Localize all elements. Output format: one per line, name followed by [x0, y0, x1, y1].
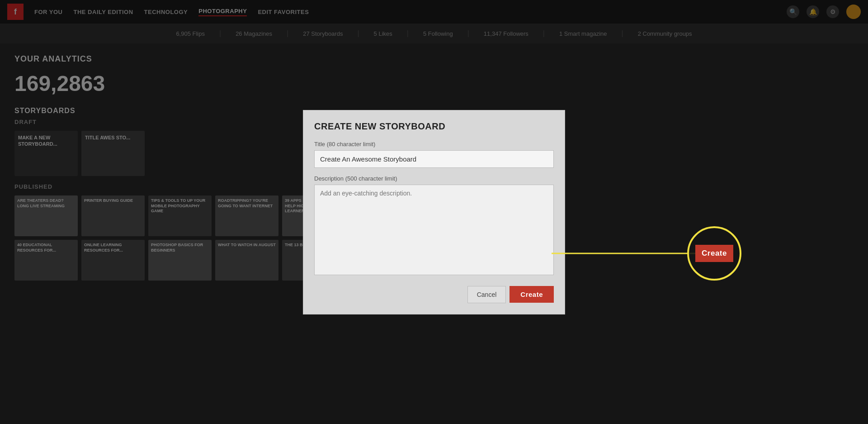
title-label: Title (80 character limit)	[314, 141, 554, 148]
callout-circle: Create	[687, 226, 741, 281]
modal-footer: Cancel Create	[314, 286, 554, 303]
cancel-button[interactable]: Cancel	[467, 286, 506, 303]
description-textarea[interactable]	[314, 185, 554, 275]
callout-line	[552, 252, 696, 254]
title-input[interactable]	[314, 150, 554, 168]
modal-title: CREATE NEW STORYBOARD	[314, 121, 554, 132]
create-storyboard-modal: CREATE NEW STORYBOARD Title (80 characte…	[303, 110, 565, 314]
callout-create-button[interactable]: Create	[695, 245, 733, 262]
desc-label: Description (500 character limit)	[314, 175, 554, 182]
create-button[interactable]: Create	[509, 286, 554, 303]
